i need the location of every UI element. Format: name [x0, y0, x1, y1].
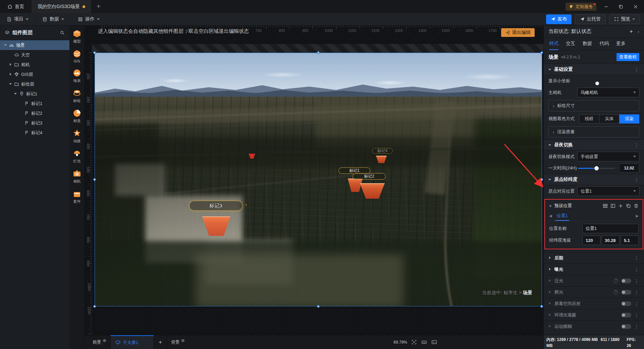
map-marker-标记4[interactable]: 标记4 [372, 148, 393, 154]
asset-draw[interactable]: 标绘 [73, 89, 81, 103]
section-menu-icon[interactable]: ⋮ [634, 142, 639, 148]
add-foreground-icon[interactable]: ⊕ [103, 338, 106, 343]
toggle-泛光[interactable] [621, 279, 631, 283]
asset-gisball[interactable]: GIS [73, 50, 81, 63]
tab-样式[interactable]: 样式 [549, 38, 558, 50]
preset-copy-icon[interactable] [626, 203, 631, 208]
section-曝光[interactable]: 曝光 ⋮ [544, 263, 644, 275]
state-next-icon[interactable]: › [638, 29, 639, 34]
tree-item-天空[interactable]: 天空 [0, 50, 69, 60]
origin-position-select[interactable]: 位置1 [577, 186, 639, 196]
preview-button[interactable]: 预览 [609, 14, 640, 24]
tree-item-相机[interactable]: 相机 [0, 60, 69, 69]
home-tab[interactable]: 首页 [0, 0, 32, 13]
preset-tab-position1[interactable]: 位置1 [555, 211, 569, 221]
section-menu-icon[interactable]: ⋮ [634, 177, 639, 182]
close-button[interactable] [631, 2, 641, 11]
add-screen-button[interactable]: + [154, 335, 167, 349]
section-泛光[interactable]: 泛光 ⋮ [544, 275, 644, 286]
marker-size-section[interactable]: › 标绘尺寸 [548, 100, 639, 111]
longitude-input[interactable] [582, 236, 600, 245]
preset-table-icon[interactable] [603, 203, 608, 208]
day-time-value[interactable]: 12.02 [619, 163, 639, 173]
foreground-tab[interactable]: 前景 ⊕ [89, 335, 110, 349]
tree-item-标记1[interactable]: 标记1 [0, 99, 69, 108]
tree-item-标记1[interactable]: 标记1 [0, 89, 69, 99]
preset-next-icon[interactable]: ▶ [636, 214, 639, 218]
tab-数据[interactable]: 数据 [583, 38, 592, 50]
section-环境光遮蔽[interactable]: 环境光遮蔽 ⋮ [544, 309, 644, 320]
shading-option-实体[interactable]: 实体 [599, 114, 619, 123]
section-menu-icon[interactable]: ⋮ [634, 67, 639, 72]
resize-handle-nw[interactable] [93, 51, 96, 54]
menu-db[interactable]: 数据 [36, 13, 71, 25]
map-marker-标记3[interactable]: 标记3 [189, 201, 243, 211]
asset-model[interactable]: 模型 [73, 30, 81, 44]
keyboard-shortcuts-icon[interactable] [421, 339, 427, 345]
fit-screen-icon[interactable] [411, 339, 417, 345]
add-state-button[interactable]: + [630, 28, 633, 35]
toggle-环境光遮蔽[interactable] [621, 313, 631, 317]
tree-item-GIS层[interactable]: GIS层 [0, 69, 69, 79]
zoom-level[interactable]: 69.79% [393, 340, 407, 345]
tree-item-标记3[interactable]: 标记3 [0, 118, 69, 128]
asset-kit[interactable]: 套件 [73, 190, 81, 204]
section-后期[interactable]: 后期 ⋮ [544, 252, 644, 263]
preset-panel-icon[interactable] [610, 203, 615, 208]
caret-down-icon[interactable] [4, 44, 7, 47]
section-menu-icon[interactable]: ⋮ [634, 301, 639, 306]
help-icon[interactable] [613, 279, 618, 283]
main-camera-select[interactable]: 鸟瞰相机 [577, 88, 639, 97]
minimize-button[interactable] [601, 2, 611, 11]
section-menu-icon[interactable]: ⋮ [634, 255, 639, 261]
cloud-host-button[interactable]: 云托管 [575, 14, 606, 24]
add-background-icon[interactable]: ⊕ [181, 338, 185, 343]
exit-edit-button[interactable]: 退出编辑 [501, 28, 535, 37]
resize-handle-e[interactable] [540, 178, 543, 181]
asset-material[interactable]: 材质 [73, 109, 81, 123]
tree-item-场景[interactable]: 场景 [0, 40, 69, 50]
preset-delete-icon[interactable] [634, 203, 639, 208]
caret-down-icon[interactable]: ∨ [549, 204, 552, 208]
tree-item-标绘层[interactable]: 标绘层 [0, 79, 69, 89]
section-day-night[interactable]: 昼夜切换 ⋮ [544, 139, 644, 151]
terminal-icon[interactable] [431, 339, 437, 345]
help-icon[interactable] [613, 290, 618, 295]
tab-更多[interactable]: 更多 [616, 38, 626, 50]
altitude-input[interactable] [621, 236, 639, 245]
sub-screen-tab[interactable]: 子大屏1 [110, 335, 154, 349]
daynight-mode-select[interactable]: 手动设置 [577, 152, 639, 161]
new-tab-button[interactable]: + [91, 0, 106, 13]
tree-item-标记2[interactable]: 标记2 [0, 108, 69, 118]
custom-service-badge[interactable]: 定制服务 [566, 3, 596, 11]
section-menu-icon[interactable]: ⋮ [634, 324, 639, 329]
shading-option-线框[interactable]: 线框 [579, 114, 599, 123]
asset-terrain[interactable]: 地表 [73, 69, 81, 83]
position-name-input[interactable] [582, 224, 639, 233]
tab-交互[interactable]: 交互 [566, 38, 575, 50]
resize-handle-sw[interactable] [93, 305, 96, 308]
section-屏幕空间反射[interactable]: 屏幕空间反射 ⋮ [544, 298, 644, 309]
section-运动模糊[interactable]: 运动模糊 ⋮ [544, 320, 644, 332]
resize-handle-n[interactable] [317, 51, 320, 54]
section-origin-coords[interactable]: 原点经纬度 ⋮ [544, 174, 644, 185]
render-quality-section[interactable]: › 渲染质量 [548, 126, 639, 138]
resize-handle-s[interactable] [317, 305, 320, 308]
background-tab[interactable]: 背景 ⊕ [167, 335, 189, 349]
tab-代码[interactable]: 代码 [599, 38, 609, 50]
menu-grid[interactable]: 操作 [71, 13, 107, 25]
restore-button[interactable] [616, 2, 626, 11]
editor-canvas[interactable]: 1002003004005006007008009001000110012001… [85, 26, 543, 335]
preset-prev-icon[interactable]: ◀ [549, 214, 552, 218]
resize-handle-se[interactable] [540, 305, 543, 308]
toggle-运动模糊[interactable] [621, 324, 631, 329]
toggle-辉光[interactable] [621, 290, 631, 295]
caret-right-icon[interactable] [9, 63, 12, 66]
preset-add-icon[interactable] [618, 203, 623, 208]
section-辉光[interactable]: 辉光 ⋮ [544, 286, 644, 298]
tree-item-标记4[interactable]: 标记4 [0, 128, 69, 138]
shading-option-渲染[interactable]: 渲染 [619, 114, 639, 123]
section-basic-settings[interactable]: 基础设置 ⋮ [544, 64, 644, 75]
design-screen[interactable]: 标记4标记1标记2标记3 当前选中: 鲸孪生 > 场景 [95, 53, 542, 306]
asset-fx[interactable]: 动效 [73, 129, 81, 144]
